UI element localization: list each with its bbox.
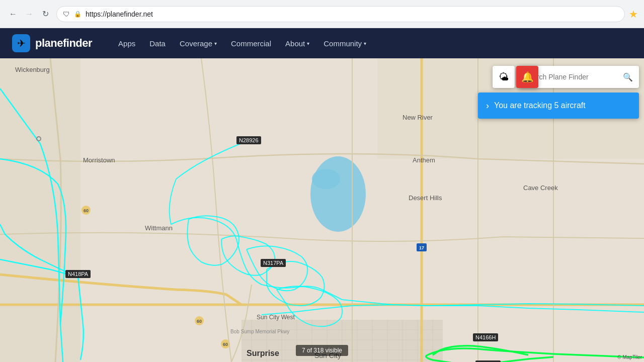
nav-link-coverage[interactable]: Coverage ▾ — [180, 39, 217, 48]
url-text: https://planefinder.net — [86, 10, 618, 18]
alert-button[interactable]: 🔔 — [516, 66, 538, 88]
city-label-sun-city-west: Sun City West — [257, 314, 295, 321]
coverage-chevron: ▾ — [214, 41, 217, 46]
weather-button[interactable]: 🌤 — [493, 66, 515, 88]
city-label-wittmann: Wittmann — [145, 224, 173, 232]
lock-icon: 🔒 — [74, 11, 82, 18]
aircraft-n317pa[interactable]: ✈ N317PA — [261, 259, 266, 266]
aircraft-label-n317pa: N317PA — [261, 259, 286, 267]
forward-button[interactable]: → — [22, 7, 36, 21]
aircraft-n28926[interactable]: ✈ N28926 — [236, 136, 243, 144]
nav-link-data[interactable]: Data — [149, 39, 166, 48]
nav-link-commercial[interactable]: Commercial — [231, 39, 271, 48]
shield-icon: 🛡 — [63, 10, 70, 18]
back-button[interactable]: ← — [6, 7, 20, 21]
search-input[interactable] — [524, 73, 619, 81]
logo-icon: ✈ — [12, 34, 30, 52]
navbar: ✈ planefinder Apps Data Coverage ▾ Comme… — [0, 28, 644, 58]
nav-link-apps[interactable]: Apps — [118, 39, 135, 48]
city-label-wickenburg: Wickenburg — [15, 66, 50, 73]
status-text: 7 of 318 visible — [302, 347, 342, 354]
city-label-cave-creek: Cave Creek — [523, 184, 558, 192]
aircraft-n418pa[interactable]: ✈ N418PA — [65, 270, 70, 278]
aircraft-label-n4166h: N4166H — [473, 333, 498, 341]
tracking-text: You are tracking 5 aircraft — [494, 101, 586, 110]
community-chevron: ▾ — [364, 41, 366, 46]
bell-icon: 🔔 — [521, 71, 534, 83]
reload-button[interactable]: ↻ — [38, 7, 52, 21]
aircraft-label-n28926: N28926 — [236, 136, 261, 144]
address-bar[interactable]: 🛡 🔒 https://planefinder.net — [56, 6, 625, 22]
nav-links: Apps Data Coverage ▾ Commercial About ▾ … — [118, 39, 366, 48]
logo-text: planefinder — [35, 37, 92, 50]
nav-link-community[interactable]: Community ▾ — [324, 39, 366, 48]
about-chevron: ▾ — [307, 41, 309, 46]
city-label-bob-sump: Bob Sump Memorial Pkwy — [230, 329, 289, 334]
city-label-anthem: Anthem — [413, 156, 435, 164]
city-label-desert-hills: Desert Hills — [409, 194, 442, 202]
map-container[interactable]: 60 60 60 17 51 — [0, 58, 644, 362]
city-label-new-river: New River — [403, 114, 433, 121]
tracking-chevron-icon: › — [486, 101, 489, 111]
nav-link-about[interactable]: About ▾ — [285, 39, 309, 48]
browser-chrome: ← → ↻ 🛡 🔒 https://planefinder.net ★ — [0, 0, 644, 28]
status-bar: 7 of 318 visible — [296, 345, 348, 356]
logo[interactable]: ✈ planefinder — [12, 34, 92, 52]
bookmark-star-icon[interactable]: ★ — [629, 8, 638, 20]
wickenburg-dot — [36, 136, 41, 141]
weather-icon: 🌤 — [499, 71, 509, 83]
map-attribution: © MapTiler — [617, 354, 642, 360]
aircraft-label-n418pa: N418PA — [65, 270, 91, 278]
city-label-morristown: Morristown — [83, 156, 115, 164]
nav-buttons: ← → ↻ — [6, 7, 52, 21]
city-label-surprise: Surprise — [247, 349, 279, 358]
search-icon: 🔍 — [623, 72, 633, 82]
tracking-banner[interactable]: › You are tracking 5 aircraft — [478, 93, 639, 119]
aircraft-n4166h[interactable]: ✈ N4166H — [473, 334, 478, 341]
